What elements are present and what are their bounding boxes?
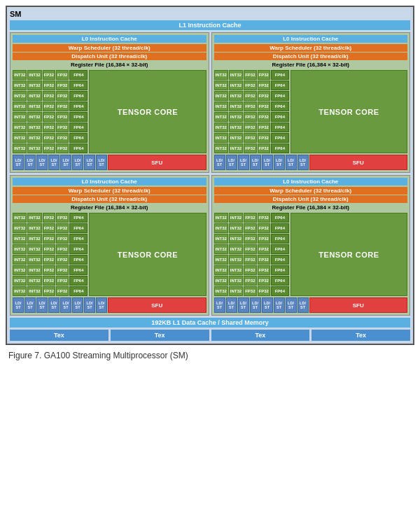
q2-fp32-3b: FP32 [258,91,270,101]
q4-fp32-2a: FP32 [244,223,256,233]
q4-int32-2b: INT32 [229,223,243,233]
q1-dispatch-unit: Dispatch Unit (32 thread/clk) [13,52,206,60]
q3-fp32-8a: FP32 [43,286,55,296]
q1-fp32-4a: FP32 [43,101,55,111]
q1-fp32-8a: FP32 [43,143,55,153]
q3-fp64-8: FP64 [69,286,88,296]
q2-register-file: Register File (16,384 × 32-bit) [214,62,408,68]
q3-int32-7a: INT32 [13,276,27,286]
q1-ldst-3: LD/ST [36,155,48,170]
q1-warp-scheduler: Warp Scheduler (32 thread/clk) [13,44,206,52]
q4-fp32-5a: FP32 [244,255,256,265]
q1-fp32-1b: FP32 [56,70,69,80]
q2-fp64-6: FP64 [271,122,289,132]
q3-fp64-5: FP64 [69,255,88,265]
q1-int32-5a: INT32 [13,112,27,122]
q2-int32-2a: INT32 [214,80,228,90]
quadrant-1: L0 Instruction Cache Warp Scheduler (32 … [10,32,209,173]
q3-fp64-1: FP64 [69,213,88,223]
q4-ldst-5: LD/ST [262,297,273,313]
q4-int32-8a: INT32 [214,286,228,296]
q2-l0-cache: L0 Instruction Cache [214,35,408,43]
q2-fp32-1a: FP32 [244,70,256,80]
q2-bottom-row: LD/ST LD/ST LD/ST LD/ST LD/ST LD/ST LD/S… [214,155,408,170]
q1-ldst-7: LD/ST [84,155,95,170]
q1-ldst-8: LD/ST [96,155,107,170]
q1-int32-6b: INT32 [27,122,41,132]
q1-row-1: INT32 INT32 FP32 FP32 FP64 [13,70,88,80]
q4-int32-5a: INT32 [214,255,228,265]
q4-fp32-3a: FP32 [244,234,256,244]
q2-fp32-3a: FP32 [244,91,256,101]
q4-ldst-1: LD/ST [214,297,225,313]
q4-fp32-7a: FP32 [244,276,256,286]
q2-int32-5b: INT32 [229,112,243,122]
q4-fp32-7b: FP32 [258,276,270,286]
q1-fp32-4b: FP32 [56,101,69,111]
q3-fp32-1b: FP32 [56,213,69,223]
q4-int32-6b: INT32 [229,265,243,275]
q2-tensor-core: TENSOR CORE [290,70,407,153]
q2-ldst-6: LD/ST [274,155,285,170]
q2-fp64-2: FP64 [271,80,289,90]
q3-row-6: INT32 INT32 FP32 FP32 FP64 [13,265,88,275]
q2-fp64-5: FP64 [271,112,289,122]
q2-fp32-8b: FP32 [258,143,270,153]
q2-int32-6a: INT32 [214,122,228,132]
q3-register-file: Register File (16,384 × 32-bit) [13,204,206,211]
q1-tensor-core: TENSOR CORE [89,70,206,153]
q2-int32-8a: INT32 [214,143,228,153]
q4-fp32-1b: FP32 [258,213,270,223]
q2-compute-area: INT32 INT32 FP32 FP32 FP64 INT32 INT32 F… [214,70,408,153]
q3-warp-scheduler: Warp Scheduler (32 thread/clk) [13,187,206,195]
q2-fp64-1: FP64 [271,70,289,80]
q3-ldst-8: LD/ST [96,297,107,313]
q3-int32-3a: INT32 [13,234,27,244]
q4-sfu: SFU [309,297,408,313]
q2-int32-4a: INT32 [214,101,228,111]
q2-fp32-4b: FP32 [258,101,270,111]
q3-int32-5a: INT32 [13,255,27,265]
q4-row-7: INT32 INT32 FP32 FP32 FP64 [214,276,289,286]
q3-left-units: INT32 INT32 FP32 FP32 FP64 INT32 INT32 F… [13,213,88,296]
q3-fp32-3a: FP32 [43,234,55,244]
q1-fp32-8b: FP32 [56,143,69,153]
q4-fp32-2b: FP32 [258,223,270,233]
q4-int32-5b: INT32 [229,255,243,265]
q4-ldst-4: LD/ST [250,297,261,313]
q1-row-7: INT32 INT32 FP32 FP32 FP64 [13,133,88,143]
q2-ldst-7: LD/ST [286,155,297,170]
q3-fp64-6: FP64 [69,265,88,275]
q3-row-4: INT32 INT32 FP32 FP32 FP64 [13,244,88,254]
tex-row: Tex Tex Tex Tex [10,330,410,341]
q4-ldst-3: LD/ST [238,297,249,313]
q1-ldst-4: LD/ST [48,155,59,170]
q3-ldst-1: LD/ST [13,297,24,313]
q4-fp64-6: FP64 [271,265,289,275]
q1-compute-area: INT32 INT32 FP32 FP32 FP64 INT32 INT32 F… [13,70,206,153]
q3-ldst-3: LD/ST [36,297,48,313]
q4-ldst-6: LD/ST [274,297,285,313]
q2-row-3: INT32 INT32 FP32 FP32 FP64 [214,91,289,101]
q3-fp64-7: FP64 [69,276,88,286]
q2-int32-3b: INT32 [229,91,243,101]
q1-ldst-5: LD/ST [60,155,71,170]
q3-row-5: INT32 INT32 FP32 FP32 FP64 [13,255,88,265]
q4-ldst-2: LD/ST [226,297,237,313]
q4-ldst-7: LD/ST [286,297,297,313]
q4-row-6: INT32 INT32 FP32 FP32 FP64 [214,265,289,275]
q3-fp32-6b: FP32 [56,265,69,275]
q4-fp32-8a: FP32 [244,286,256,296]
q3-fp32-2b: FP32 [56,223,69,233]
q3-row-1: INT32 INT32 FP32 FP32 FP64 [13,213,88,223]
q1-fp64-2: FP64 [69,80,88,90]
q1-left-units: INT32 INT32 FP32 FP32 FP64 INT32 INT32 F… [13,70,88,153]
q1-int32-3a: INT32 [13,91,27,101]
quadrants-grid: L0 Instruction Cache Warp Scheduler (32 … [10,32,410,316]
q3-int32-3b: INT32 [27,234,41,244]
quadrant-4: L0 Instruction Cache Warp Scheduler (32 … [211,175,411,316]
q4-row-1: INT32 INT32 FP32 FP32 FP64 [214,213,289,223]
q3-bottom-row: LD/ST LD/ST LD/ST LD/ST LD/ST LD/ST LD/S… [13,297,206,313]
q3-ldst-2: LD/ST [24,297,36,313]
q3-fp32-4a: FP32 [43,244,55,254]
